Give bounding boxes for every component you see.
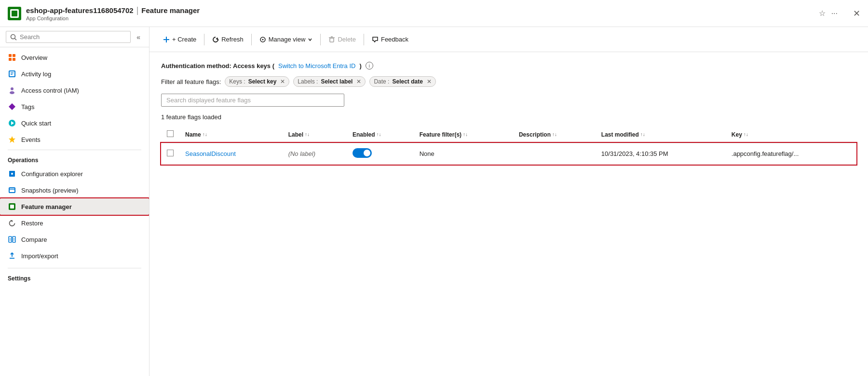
sort-name[interactable]: Name ↑↓: [185, 131, 207, 138]
th-name: Name ↑↓: [179, 126, 283, 143]
delete-label: Delete: [338, 36, 356, 43]
sort-last-modified-icon: ↑↓: [640, 132, 645, 137]
events-icon: [8, 135, 16, 144]
feature-manager-icon: [8, 202, 16, 211]
sidebar-item-restore[interactable]: Restore: [0, 215, 149, 231]
sort-enabled-icon: ↑↓: [377, 132, 381, 137]
toolbar: + Create Refresh Manage view Delete: [149, 27, 868, 52]
row-label-cell: (No label): [283, 143, 347, 165]
sort-key[interactable]: Key ↑↓: [732, 131, 748, 138]
search-icon: [10, 34, 17, 41]
svg-rect-6: [13, 54, 15, 57]
toolbar-sep-2: [251, 34, 252, 45]
sidebar-item-events[interactable]: Events: [0, 131, 149, 148]
row-description-cell: [513, 143, 596, 165]
refresh-icon: [212, 36, 219, 43]
sort-last-modified[interactable]: Last modified ↑↓: [601, 131, 645, 138]
filter-remove-keys[interactable]: ✕: [280, 78, 285, 85]
svg-rect-2: [12, 11, 17, 16]
filter-chip-date[interactable]: Date : Select date ✕: [369, 76, 435, 87]
toggle-track[interactable]: [353, 148, 372, 158]
app-container: eshop-app-features1168054702 | Feature m…: [0, 0, 868, 376]
sidebar-item-label: Compare: [21, 236, 47, 243]
sort-key-icon: ↑↓: [744, 132, 748, 137]
th-filters-label: Feature filter(s): [420, 131, 461, 138]
sidebar-item-access-control[interactable]: Access control (IAM): [0, 82, 149, 98]
svg-point-32: [262, 39, 263, 40]
row-key-cell: .appconfig.featureflag/...: [726, 143, 856, 165]
title-bar: eshop-app-features1168054702 | Feature m…: [0, 0, 868, 27]
delete-button[interactable]: Delete: [323, 33, 362, 46]
filter-chip-labels[interactable]: Labels : Select label ✕: [293, 76, 366, 87]
star-icon[interactable]: ☆: [819, 9, 826, 18]
th-checkbox: [161, 126, 179, 143]
row-last-modified-cell: 10/31/2023, 4:10:35 PM: [596, 143, 726, 165]
activity-log-icon: [8, 70, 16, 78]
feedback-button[interactable]: Feedback: [366, 33, 414, 46]
sidebar-item-quick-start[interactable]: Quick start: [0, 115, 149, 131]
svg-point-13: [10, 91, 14, 94]
feedback-label: Feedback: [381, 36, 408, 43]
toggle-thumb: [364, 150, 370, 156]
create-button[interactable]: + Create: [157, 33, 202, 46]
sidebar-item-activity-log[interactable]: Activity log: [0, 66, 149, 82]
auth-text: Authentication method: Access keys (: [161, 62, 274, 70]
more-options-icon[interactable]: ···: [831, 9, 838, 18]
row-filters: None: [420, 150, 434, 157]
filter-chip-keys[interactable]: Keys : Select key ✕: [225, 76, 289, 87]
filter-remove-labels[interactable]: ✕: [356, 78, 361, 85]
sidebar-item-compare[interactable]: Compare: [0, 231, 149, 248]
select-all-checkbox[interactable]: [167, 130, 174, 137]
loaded-count-text: 1 feature flags loaded: [161, 113, 856, 121]
th-enabled-label: Enabled: [353, 131, 375, 138]
filter-value-labels: Select label: [321, 78, 353, 85]
sidebar-item-snapshots[interactable]: Snapshots (preview): [0, 182, 149, 198]
config-explorer-icon: [8, 169, 16, 178]
sidebar-item-feature-manager[interactable]: Feature manager: [0, 198, 149, 215]
th-key: Key ↑↓: [726, 126, 856, 143]
toolbar-sep-3: [320, 34, 321, 45]
sidebar-item-tags[interactable]: Tags: [0, 98, 149, 115]
sidebar-item-overview[interactable]: Overview: [0, 49, 149, 66]
search-input[interactable]: [20, 33, 126, 41]
title-bar-left: eshop-app-features1168054702 | Feature m…: [8, 5, 200, 21]
refresh-button[interactable]: Refresh: [206, 33, 249, 46]
th-label-label: Label: [288, 131, 303, 138]
sidebar-item-label: Access control (IAM): [21, 87, 79, 94]
collapse-button[interactable]: «: [134, 31, 143, 43]
auth-info-icon[interactable]: i: [366, 62, 373, 70]
import-export-icon: [8, 251, 16, 260]
sort-description[interactable]: Description ↑↓: [519, 131, 557, 138]
auth-link[interactable]: Switch to Microsoft Entra ID: [278, 62, 355, 70]
th-description: Description ↑↓: [513, 126, 596, 143]
auth-close: ): [359, 62, 361, 70]
manage-view-button[interactable]: Manage view: [254, 33, 319, 46]
sidebar-item-config-explorer[interactable]: Configuration explorer: [0, 166, 149, 182]
filter-bar: Filter all feature flags: Keys : Select …: [161, 76, 856, 87]
sidebar-item-import-export[interactable]: Import/export: [0, 248, 149, 264]
sort-filters[interactable]: Feature filter(s) ↑↓: [420, 131, 468, 138]
table-header-row: Name ↑↓ Label ↑↓: [161, 126, 856, 143]
svg-point-18: [11, 173, 13, 175]
filter-key-date: Date :: [374, 78, 389, 85]
table-row[interactable]: SeasonalDiscount (No label): [161, 143, 856, 165]
th-key-label: Key: [732, 131, 742, 138]
row-checkbox[interactable]: [167, 150, 174, 156]
feature-table: Name ↑↓ Label ↑↓: [161, 126, 856, 165]
sort-enabled[interactable]: Enabled ↑↓: [353, 131, 381, 138]
filter-key-labels: Labels :: [298, 78, 318, 85]
svg-rect-7: [9, 58, 12, 61]
title-separator: |: [136, 5, 139, 15]
row-name: SeasonalDiscount: [185, 150, 236, 157]
toggle[interactable]: [353, 148, 372, 158]
th-enabled: Enabled ↑↓: [347, 126, 414, 143]
close-icon[interactable]: ✕: [853, 8, 860, 19]
row-filters-cell: None: [414, 143, 513, 165]
settings-divider: [8, 268, 141, 268]
filter-remove-date[interactable]: ✕: [427, 78, 432, 85]
search-box[interactable]: [6, 31, 131, 43]
create-label: + Create: [172, 36, 196, 43]
search-flags-input[interactable]: [161, 94, 344, 107]
sidebar-item-label: Feature manager: [21, 203, 72, 210]
sort-label[interactable]: Label ↑↓: [288, 131, 310, 138]
